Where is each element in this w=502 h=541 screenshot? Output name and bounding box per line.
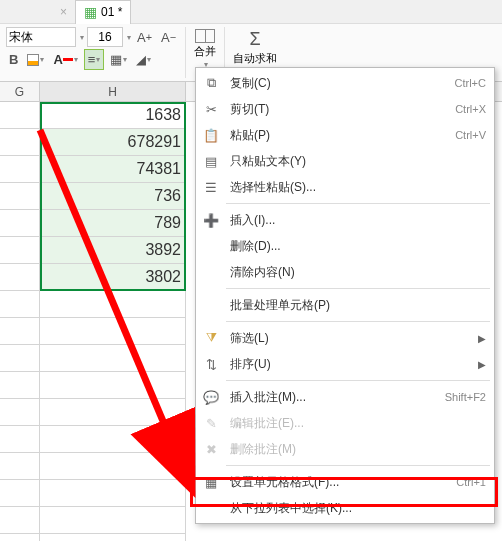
borders-button[interactable]: ▦▾ bbox=[107, 50, 130, 69]
column-header-g[interactable]: G bbox=[0, 82, 40, 101]
cell[interactable] bbox=[40, 507, 186, 534]
menu-delete[interactable]: 删除(D)... bbox=[196, 233, 494, 259]
align-button[interactable]: ≡▾ bbox=[84, 49, 105, 70]
cell[interactable] bbox=[40, 453, 186, 480]
menu-paste-text[interactable]: ▤ 只粘贴文本(Y) bbox=[196, 148, 494, 174]
cell[interactable] bbox=[40, 372, 186, 399]
cell[interactable] bbox=[40, 534, 186, 541]
menu-separator bbox=[226, 203, 490, 204]
menu-delete-comment: ✖ 删除批注(M) bbox=[196, 436, 494, 462]
decrease-font-button[interactable]: A− bbox=[158, 28, 179, 47]
menu-from-dropdown[interactable]: 从下拉列表中选择(K)... bbox=[196, 495, 494, 521]
sigma-icon: Σ bbox=[249, 29, 260, 50]
menu-insert-comment[interactable]: 💬 插入批注(M)... Shift+F2 bbox=[196, 384, 494, 410]
cell[interactable]: 789 bbox=[40, 210, 186, 237]
cell[interactable] bbox=[0, 237, 40, 264]
cell[interactable] bbox=[0, 453, 40, 480]
cell[interactable] bbox=[40, 426, 186, 453]
menu-separator bbox=[226, 465, 490, 466]
menu-separator bbox=[226, 288, 490, 289]
menu-clear[interactable]: 清除内容(N) bbox=[196, 259, 494, 285]
cell[interactable] bbox=[40, 318, 186, 345]
chevron-down-icon: ▾ bbox=[40, 55, 44, 64]
chevron-down-icon: ▾ bbox=[123, 55, 127, 64]
comment-icon: 💬 bbox=[202, 388, 220, 406]
cell[interactable] bbox=[40, 399, 186, 426]
clear-format-button[interactable]: ◢▾ bbox=[133, 50, 154, 69]
cell[interactable] bbox=[0, 210, 40, 237]
chevron-down-icon: ▾ bbox=[74, 55, 78, 64]
cell[interactable] bbox=[0, 102, 40, 129]
merge-icon bbox=[195, 29, 215, 43]
chevron-down-icon: ▾ bbox=[147, 55, 151, 64]
menu-copy[interactable]: ⧉ 复制(C) Ctrl+C bbox=[196, 70, 494, 96]
cell[interactable] bbox=[40, 345, 186, 372]
delete-comment-icon: ✖ bbox=[202, 440, 220, 458]
insert-icon: ➕ bbox=[202, 211, 220, 229]
format-cells-icon: ▦ bbox=[202, 473, 220, 491]
font-name-select[interactable] bbox=[6, 27, 76, 47]
menu-separator bbox=[226, 380, 490, 381]
chevron-down-icon: ▾ bbox=[96, 55, 100, 64]
cell[interactable] bbox=[0, 345, 40, 372]
cell[interactable] bbox=[0, 291, 40, 318]
chevron-right-icon: ▶ bbox=[478, 333, 486, 344]
paste-text-icon: ▤ bbox=[202, 152, 220, 170]
cell[interactable]: 678291 bbox=[40, 129, 186, 156]
merge-label: 合并 bbox=[194, 44, 216, 59]
menu-format-cells[interactable]: ▦ 设置单元格格式(F)... Ctrl+1 bbox=[196, 469, 494, 495]
menu-edit-comment: ✎ 编辑批注(E)... bbox=[196, 410, 494, 436]
bold-button[interactable]: B bbox=[6, 50, 21, 69]
cell[interactable] bbox=[0, 318, 40, 345]
cell[interactable] bbox=[0, 426, 40, 453]
tab-label: 01 * bbox=[101, 5, 122, 19]
font-size-select[interactable] bbox=[87, 27, 123, 47]
document-tab[interactable]: ▦ 01 * bbox=[75, 0, 131, 24]
chevron-down-icon[interactable]: ▾ bbox=[127, 33, 131, 42]
autosum-label: 自动求和 bbox=[233, 51, 277, 66]
paste-special-icon: ☰ bbox=[202, 178, 220, 196]
menu-filter[interactable]: ⧩ 筛选(L) ▶ bbox=[196, 325, 494, 351]
menu-batch[interactable]: 批量处理单元格(P) bbox=[196, 292, 494, 318]
cell[interactable] bbox=[0, 534, 40, 541]
merge-cells-button[interactable]: 合并 ▾ bbox=[192, 27, 218, 71]
cell[interactable] bbox=[0, 507, 40, 534]
edit-comment-icon: ✎ bbox=[202, 414, 220, 432]
column-header-h[interactable]: H bbox=[40, 82, 186, 101]
menu-paste-special[interactable]: ☰ 选择性粘贴(S)... bbox=[196, 174, 494, 200]
spreadsheet-icon: ▦ bbox=[84, 4, 97, 20]
filter-icon: ⧩ bbox=[202, 329, 220, 347]
cell[interactable]: 1638 bbox=[40, 102, 186, 129]
increase-font-button[interactable]: A+ bbox=[134, 28, 155, 47]
cell[interactable] bbox=[0, 156, 40, 183]
menu-paste[interactable]: 📋 粘贴(P) Ctrl+V bbox=[196, 122, 494, 148]
menu-sort[interactable]: ⇅ 排序(U) ▶ bbox=[196, 351, 494, 377]
menu-cut[interactable]: ✂ 剪切(T) Ctrl+X bbox=[196, 96, 494, 122]
cell[interactable]: 3892 bbox=[40, 237, 186, 264]
chevron-down-icon[interactable]: ▾ bbox=[80, 33, 84, 42]
menu-separator bbox=[226, 321, 490, 322]
cell[interactable] bbox=[0, 372, 40, 399]
cell[interactable] bbox=[0, 183, 40, 210]
copy-icon: ⧉ bbox=[202, 74, 220, 92]
cell[interactable] bbox=[0, 399, 40, 426]
fill-color-button[interactable]: ▾ bbox=[24, 52, 47, 68]
font-color-button[interactable]: A ▾ bbox=[50, 50, 80, 69]
context-menu: ⧉ 复制(C) Ctrl+C ✂ 剪切(T) Ctrl+X 📋 粘贴(P) Ct… bbox=[195, 67, 495, 524]
document-tab-bar: × ▦ 01 * bbox=[0, 0, 502, 24]
cell[interactable]: 74381 bbox=[40, 156, 186, 183]
cut-icon: ✂ bbox=[202, 100, 220, 118]
paste-icon: 📋 bbox=[202, 126, 220, 144]
cell[interactable] bbox=[0, 129, 40, 156]
cell[interactable] bbox=[0, 480, 40, 507]
chevron-right-icon: ▶ bbox=[478, 359, 486, 370]
cell[interactable] bbox=[40, 291, 186, 318]
tab-close-x[interactable]: × bbox=[60, 5, 67, 19]
cell[interactable] bbox=[0, 264, 40, 291]
cell[interactable]: 3802 bbox=[40, 264, 186, 291]
font-group: ▾ ▾ A+ A− B ▾ A ▾ ≡▾ ▦▾ ◢▾ bbox=[0, 27, 186, 78]
sort-icon: ⇅ bbox=[202, 355, 220, 373]
cell[interactable]: 736 bbox=[40, 183, 186, 210]
menu-insert[interactable]: ➕ 插入(I)... bbox=[196, 207, 494, 233]
cell[interactable] bbox=[40, 480, 186, 507]
